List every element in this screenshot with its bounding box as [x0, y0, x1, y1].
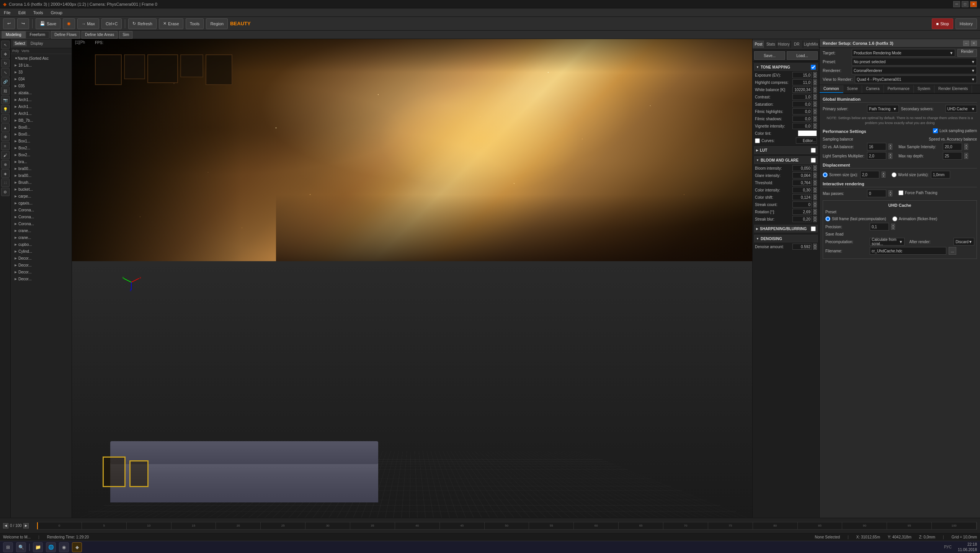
spin-up[interactable]: ▲ — [813, 172, 817, 175]
precomputation-dropdown[interactable]: Calculate from scrat... ▼ — [870, 238, 905, 245]
tab-select[interactable]: Select — [13, 41, 27, 46]
list-item[interactable]: ▶Box0... — [11, 124, 71, 131]
lut-header[interactable]: ▶ LUT — [754, 146, 818, 154]
vignette-spinner[interactable]: ▲▼ — [813, 123, 817, 129]
spin-up[interactable]: ▲ — [813, 244, 817, 247]
dynamics-tool[interactable]: ⚙ — [1, 188, 10, 196]
still-frame-radio[interactable]: Still frame (fast precomputation) — [825, 216, 886, 221]
animation-input[interactable] — [892, 216, 897, 221]
minimize-button[interactable]: ─ — [953, 1, 960, 7]
screen-radio-input[interactable] — [823, 172, 828, 177]
list-item[interactable]: ▶bra00... — [11, 165, 71, 172]
primary-solver-dropdown[interactable]: Path Tracing ▼ — [867, 105, 899, 113]
saturation-spinner[interactable]: ▲▼ — [813, 101, 817, 107]
streak-count-value[interactable]: 0 — [792, 201, 812, 208]
restore-button[interactable]: □ — [962, 1, 969, 7]
corona-icon[interactable]: ◉ — [63, 18, 75, 29]
paint-tool[interactable]: 🖌 — [1, 151, 10, 159]
lut-checkbox[interactable] — [811, 148, 816, 153]
list-item[interactable]: ▶Corona... — [11, 220, 71, 227]
spin-down[interactable]: ▼ — [813, 175, 817, 178]
spin-down[interactable]: ▼ — [882, 175, 885, 178]
list-item[interactable]: ▶Decor... — [11, 275, 71, 282]
save-post-button[interactable]: Save... — [754, 51, 785, 60]
spin-down[interactable]: ▼ — [813, 247, 817, 250]
tab-camera[interactable]: Camera — [862, 85, 884, 93]
list-item[interactable]: ▶034 — [11, 75, 71, 82]
world-size-input[interactable]: 1,0mm — [931, 171, 950, 178]
max-ray-input[interactable]: 25 — [943, 152, 962, 160]
list-item[interactable]: ▶Brush... — [11, 179, 71, 186]
rs-minimize-button[interactable]: ─ — [963, 41, 969, 46]
menu-edit[interactable]: Edit — [17, 10, 27, 16]
tab-post[interactable]: Post — [753, 41, 765, 48]
list-item[interactable]: ▶crane... — [11, 227, 71, 234]
search-taskbar-button[interactable]: 🔍 — [16, 542, 26, 552]
contrast-spinner[interactable]: ▲▼ — [813, 94, 817, 100]
tab-common[interactable]: Common — [820, 85, 843, 93]
wb-value[interactable]: 10220,34 — [792, 87, 812, 93]
glare-value[interactable]: 0,064 — [792, 172, 812, 178]
unlink-tool[interactable]: ⛓ — [1, 87, 10, 95]
tab-display[interactable]: Display — [29, 41, 45, 46]
list-item[interactable]: ▶carpe... — [11, 193, 71, 200]
spin-down[interactable]: ▼ — [813, 75, 817, 78]
ctrl-c-button[interactable]: Ctrl+C — [101, 18, 122, 29]
erase-button[interactable]: ✕ Erase — [159, 18, 183, 29]
animation-radio[interactable]: Animation (flicker-free) — [892, 216, 938, 221]
streak-blur-value[interactable]: 0,20 — [792, 216, 812, 222]
list-item[interactable]: ▶Decor... — [11, 255, 71, 262]
tab-dr[interactable]: DR — [791, 41, 803, 48]
view-dropdown[interactable]: Quad 4 - PhysCamera001 ▼ — [855, 75, 977, 83]
list-item[interactable]: ▶bra... — [11, 158, 71, 165]
color-intensity-value[interactable]: 0,30 — [792, 187, 812, 193]
spin-up[interactable]: ▲ — [813, 187, 817, 190]
spin-down[interactable]: ▼ — [813, 111, 817, 115]
exposure-value[interactable]: 15,0 — [792, 72, 812, 78]
list-item[interactable]: ▶cgaxis... — [11, 200, 71, 206]
spin-up[interactable]: ▲ — [813, 194, 817, 197]
spin-down[interactable]: ▼ — [813, 126, 817, 129]
saturation-value[interactable]: 0,0 — [792, 101, 812, 107]
explorer-icon[interactable]: 📁 — [33, 542, 43, 552]
btn-sim[interactable]: Sim — [119, 31, 132, 39]
rotation-value[interactable]: 2,69 — [792, 209, 812, 215]
gi-aa-input[interactable]: 16 — [867, 143, 886, 151]
list-item[interactable]: ▶Arch1... — [11, 103, 71, 110]
btn-define-idle[interactable]: Define Idle Areas — [82, 31, 118, 39]
denoise-amount-value[interactable]: 0.592 — [792, 244, 812, 250]
3d-viewport[interactable]: X Y Z — [72, 261, 752, 518]
menu-file[interactable]: File — [2, 10, 12, 16]
prev-frame-button[interactable]: ◀ — [3, 523, 8, 528]
spin-down[interactable]: ▼ — [813, 97, 817, 100]
tab-stats[interactable]: Stats — [765, 41, 777, 48]
chrome-icon[interactable]: 🌐 — [46, 542, 56, 552]
list-item[interactable]: ▶Arch1... — [11, 110, 71, 117]
spin-down[interactable]: ▼ — [813, 168, 817, 171]
btn-define-flows[interactable]: Define Flows — [51, 31, 80, 39]
color-intensity-spinner[interactable]: ▲▼ — [813, 187, 817, 193]
spin-down[interactable]: ▼ — [813, 205, 817, 208]
spin-up[interactable]: ▲ — [813, 94, 817, 97]
world-size-radio[interactable]: World size (units): — [892, 172, 929, 177]
list-item[interactable]: ▶33 — [11, 69, 71, 75]
spin-down[interactable]: ▼ — [891, 227, 895, 230]
titlebar-controls[interactable]: ─ □ ✕ — [953, 1, 977, 7]
rs-close-button[interactable]: ✕ — [971, 41, 977, 46]
spin-up[interactable]: ▲ — [964, 144, 968, 147]
list-item[interactable]: ▶Corona... — [11, 206, 71, 213]
app-icon[interactable]: ◆ — [72, 542, 82, 552]
undo-button[interactable]: ↩ — [3, 18, 15, 29]
filename-browse-button[interactable]: ... — [949, 247, 956, 255]
render-button[interactable]: Render — [957, 49, 977, 57]
bloom-intensity-spinner[interactable]: ▲▼ — [813, 165, 817, 171]
spin-up[interactable]: ▲ — [813, 116, 817, 119]
contrast-value[interactable]: 1,0 — [792, 94, 812, 100]
exposure-spinner[interactable]: ▲▼ — [813, 72, 817, 78]
spin-down[interactable]: ▼ — [813, 104, 817, 107]
secondary-solver-dropdown[interactable]: UHD Cache ▼ — [946, 105, 977, 113]
list-item[interactable]: ▶Box1... — [11, 137, 71, 144]
wb-spinner[interactable]: ▲▼ — [813, 87, 817, 93]
spin-up[interactable]: ▲ — [813, 180, 817, 183]
spin-up[interactable]: ▲ — [882, 172, 885, 175]
